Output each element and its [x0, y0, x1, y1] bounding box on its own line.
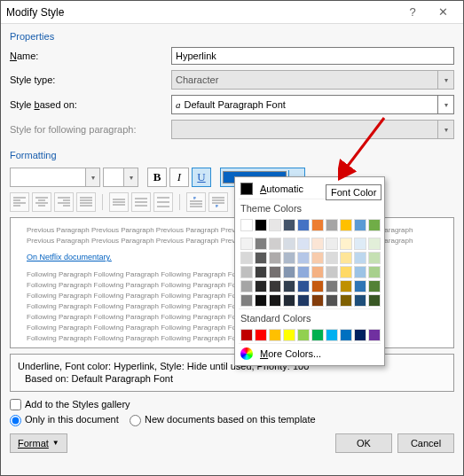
color-swatch[interactable]	[255, 238, 267, 250]
color-swatch[interactable]	[240, 329, 253, 341]
line-spacing-2-button[interactable]	[153, 192, 173, 212]
color-swatch[interactable]	[326, 280, 338, 293]
color-swatch[interactable]	[283, 219, 295, 231]
color-swatch[interactable]	[269, 266, 281, 278]
color-swatch[interactable]	[269, 280, 281, 293]
color-swatch[interactable]	[368, 294, 381, 307]
color-swatch[interactable]	[240, 219, 253, 231]
space-after-button[interactable]	[208, 192, 228, 212]
bold-button[interactable]: B	[147, 168, 167, 187]
color-swatch[interactable]	[326, 219, 338, 231]
color-swatch[interactable]	[297, 219, 310, 231]
chevron-down-icon: ▾	[437, 121, 453, 138]
color-swatch[interactable]	[255, 294, 267, 307]
color-swatch[interactable]	[255, 252, 267, 264]
color-swatch[interactable]	[368, 252, 381, 264]
italic-button[interactable]: I	[169, 168, 189, 187]
color-swatch[interactable]	[240, 238, 253, 250]
color-swatch[interactable]	[311, 238, 324, 250]
color-swatch[interactable]	[340, 329, 352, 341]
color-swatch[interactable]	[354, 238, 366, 250]
color-swatch[interactable]	[269, 294, 281, 307]
color-swatch[interactable]	[269, 252, 281, 264]
color-swatch[interactable]	[255, 219, 267, 231]
align-left-button[interactable]	[10, 192, 29, 212]
color-swatch[interactable]	[269, 219, 281, 231]
align-center-button[interactable]	[32, 192, 51, 212]
color-swatch[interactable]	[297, 294, 310, 307]
format-button[interactable]: Format▼	[10, 433, 67, 453]
color-swatch[interactable]	[283, 329, 295, 341]
align-right-button[interactable]	[54, 192, 74, 212]
color-swatch[interactable]	[311, 280, 324, 293]
color-swatch[interactable]	[283, 280, 295, 293]
color-swatch[interactable]	[311, 329, 324, 341]
color-swatch[interactable]	[354, 294, 366, 307]
color-swatch[interactable]	[240, 280, 253, 293]
line-spacing-15-button[interactable]	[131, 192, 151, 212]
chevron-down-icon[interactable]: ▾	[123, 168, 138, 186]
name-input[interactable]	[171, 47, 454, 65]
color-swatch[interactable]	[240, 266, 253, 278]
color-swatch[interactable]	[326, 294, 338, 307]
color-swatch[interactable]	[297, 329, 310, 341]
color-swatch[interactable]	[283, 266, 295, 278]
color-swatch[interactable]	[283, 294, 295, 307]
color-swatch[interactable]	[368, 266, 381, 278]
color-swatch[interactable]	[340, 219, 352, 231]
line-spacing-1-button[interactable]	[109, 192, 129, 212]
color-swatch[interactable]	[311, 294, 324, 307]
color-swatch[interactable]	[368, 238, 381, 250]
new-docs-radio[interactable]	[130, 415, 141, 426]
chevron-down-icon: ▾	[437, 71, 453, 89]
color-swatch[interactable]	[354, 329, 366, 341]
font-size-combo[interactable]: ▾	[103, 168, 138, 187]
color-swatch[interactable]	[255, 266, 267, 278]
close-button[interactable]: ✕	[428, 5, 458, 19]
chevron-down-icon[interactable]: ▾	[437, 96, 453, 113]
color-swatch[interactable]	[340, 294, 352, 307]
color-swatch[interactable]	[311, 252, 324, 264]
color-swatch[interactable]	[340, 280, 352, 293]
color-swatch[interactable]	[326, 266, 338, 278]
color-swatch[interactable]	[326, 238, 338, 250]
more-colors[interactable]: More Colors...	[239, 343, 381, 362]
space-before-button[interactable]	[186, 192, 206, 212]
color-swatch[interactable]	[368, 280, 381, 293]
align-justify-button[interactable]	[76, 192, 96, 212]
color-swatch[interactable]	[354, 252, 366, 264]
color-swatch[interactable]	[354, 266, 366, 278]
color-swatch[interactable]	[326, 329, 338, 341]
color-swatch[interactable]	[340, 252, 352, 264]
color-swatch[interactable]	[297, 280, 310, 293]
color-swatch[interactable]	[255, 329, 267, 341]
font-name-combo[interactable]: ▾	[10, 168, 100, 187]
add-gallery-checkbox[interactable]	[10, 399, 21, 410]
color-swatch[interactable]	[255, 280, 267, 293]
color-swatch[interactable]	[354, 280, 366, 293]
color-swatch[interactable]	[240, 252, 253, 264]
color-swatch[interactable]	[297, 238, 310, 250]
color-swatch[interactable]	[368, 219, 381, 231]
ok-button[interactable]: OK	[335, 433, 392, 453]
only-doc-radio[interactable]	[10, 415, 21, 426]
color-swatch[interactable]	[269, 329, 281, 341]
cancel-button[interactable]: Cancel	[397, 433, 454, 453]
color-swatch[interactable]	[297, 266, 310, 278]
color-swatch[interactable]	[311, 266, 324, 278]
color-swatch[interactable]	[340, 238, 352, 250]
color-swatch[interactable]	[340, 266, 352, 278]
help-button[interactable]: ?	[397, 5, 428, 19]
color-swatch[interactable]	[283, 238, 295, 250]
color-swatch[interactable]	[283, 252, 295, 264]
color-swatch[interactable]	[326, 252, 338, 264]
chevron-down-icon[interactable]: ▾	[85, 168, 99, 186]
color-swatch[interactable]	[354, 219, 366, 231]
based-on-combo[interactable]: a Default Paragraph Font ▾	[171, 95, 454, 114]
underline-button[interactable]: U	[192, 168, 211, 187]
color-swatch[interactable]	[240, 294, 253, 307]
color-swatch[interactable]	[311, 219, 324, 231]
color-swatch[interactable]	[368, 329, 381, 341]
color-swatch[interactable]	[297, 252, 310, 264]
color-swatch[interactable]	[269, 238, 281, 250]
